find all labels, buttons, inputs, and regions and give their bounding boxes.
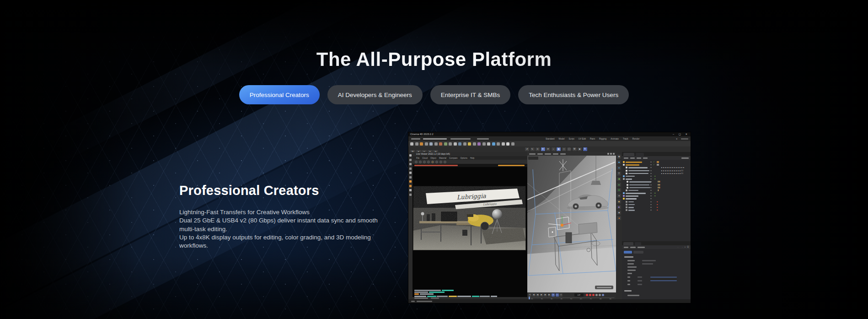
toolbar-icon xyxy=(502,142,505,146)
status-text-bar xyxy=(442,290,454,291)
object-type-icon xyxy=(623,192,625,194)
object-type-icon xyxy=(626,204,627,205)
copy-line: Lightning-Fast Transfers for Creative Wo… xyxy=(179,208,380,216)
close-icon: ✕ xyxy=(685,133,689,135)
picker-icon xyxy=(439,161,442,163)
mode-icon: ↻ xyxy=(530,147,535,151)
viewport-menu-bar xyxy=(560,153,566,155)
object-state-box xyxy=(657,178,659,180)
audience-tab[interactable]: Tech Enthusiasts & Power Users xyxy=(518,85,629,104)
alert-text-bar xyxy=(414,165,458,166)
om-menu-bar xyxy=(630,157,635,159)
attr-value-bar xyxy=(638,276,642,278)
transport-button: ≡ xyxy=(552,293,555,297)
transport-button: ▶ xyxy=(544,293,547,297)
object-label-bar xyxy=(628,167,648,168)
live-viewer-toolbar xyxy=(413,160,527,164)
om-menu-bar xyxy=(643,157,648,159)
layout-tab: Standard xyxy=(546,138,554,140)
object-tool-icon: ◆ xyxy=(617,200,621,204)
object-label-bar xyxy=(626,176,635,177)
transport-button: ⊙ xyxy=(528,293,531,297)
app-toolbar-icons xyxy=(408,141,691,146)
attr-value-bar xyxy=(638,280,642,281)
attribute-manager-menu: ← → ⌂ Q xyxy=(622,245,691,249)
tool-icon xyxy=(409,168,412,170)
attr-label-bar xyxy=(627,260,635,261)
attr-value-bar xyxy=(642,260,656,261)
toolbar-icon xyxy=(425,142,428,146)
object-state-box xyxy=(657,175,659,177)
app-toolbar-axis: ☰XYZ⊞ ↺↻⊙✥⟳⌖▦◻◯W◉B xyxy=(408,146,691,152)
object-row: ■ xyxy=(622,209,691,211)
object-label-bar xyxy=(628,170,649,172)
page-title: The All-Purpose Platform xyxy=(0,49,868,70)
attr-label-bar xyxy=(627,273,632,274)
audience-tab-label: Enterprise IT & SMBs xyxy=(441,92,500,98)
live-viewer-alert-row xyxy=(413,164,527,167)
audience-tab[interactable]: AI Developers & Engineers xyxy=(327,85,423,104)
toolbar-icon xyxy=(420,142,423,146)
tool-icon xyxy=(409,180,412,183)
mode-icon: W xyxy=(573,147,577,151)
tool-icon xyxy=(409,185,412,187)
object-tool-icon: ● xyxy=(617,216,621,220)
attr-value-bar xyxy=(642,263,653,265)
object-tool-icon: ■ xyxy=(617,160,621,164)
pause-icon xyxy=(423,161,426,163)
audience-tab-label: AI Developers & Engineers xyxy=(338,92,412,98)
object-label-bar xyxy=(628,207,634,208)
renderer-tag-bar xyxy=(597,287,611,288)
object-type-icon xyxy=(623,175,625,177)
section-copy: Professional Creators Lightning-Fast Tra… xyxy=(179,183,380,250)
region-icon xyxy=(444,161,446,163)
transport-button: ◀ xyxy=(536,293,539,297)
layout-tab: Render xyxy=(632,138,640,140)
mode-icon: ⊙ xyxy=(536,147,540,151)
attr-label-bar xyxy=(627,280,630,281)
object-type-icon xyxy=(623,161,625,163)
coord-text-bar xyxy=(414,297,428,299)
menu-item: Help xyxy=(470,157,474,159)
attr-label-bar xyxy=(627,284,630,285)
layout-tabs: StandardModelScriptUV EditPaintRiggingAn… xyxy=(546,136,639,141)
transport-button: ▶ xyxy=(540,293,543,297)
mode-button xyxy=(624,251,632,254)
minimize-icon: – xyxy=(673,133,676,135)
object-state-box xyxy=(657,164,659,166)
object-state-box xyxy=(657,195,659,197)
object-type-icon xyxy=(626,201,627,203)
object-state-box xyxy=(657,198,659,200)
toolbar-icon xyxy=(444,142,447,146)
record-dot-icon xyxy=(595,294,598,296)
mode-icon: ◯ xyxy=(567,147,571,151)
toolbar-icon xyxy=(415,142,418,146)
attribute-manager-tabs xyxy=(622,241,691,245)
layers-tab xyxy=(635,242,641,245)
live-viewer-menu: FileCloudObjectMaterialCompareOptionsHel… xyxy=(413,156,527,160)
toolbar-icon xyxy=(434,142,438,146)
app-window-title: Cinema 4D 2023.2.2 xyxy=(410,133,433,135)
object-tree: ✓ ✓ xyxy=(622,161,691,211)
object-type-icon xyxy=(626,206,627,208)
attr-slider xyxy=(650,277,677,278)
audience-tab[interactable]: Enterprise IT & SMBs xyxy=(430,85,511,104)
object-label-bar xyxy=(626,178,632,180)
viewport-menu-bar xyxy=(553,153,558,155)
status-text-bar xyxy=(429,292,445,293)
object-type-icon xyxy=(626,209,627,211)
object-label-bar xyxy=(629,184,649,186)
transport-button: ◀ xyxy=(532,293,536,297)
object-manager-panel: ✓ ✓ xyxy=(622,152,691,299)
layout-tab: Script xyxy=(569,138,574,140)
object-tool-icon: ✱ xyxy=(617,177,621,181)
layout-tab: UV Edit xyxy=(579,138,586,140)
layout-icon xyxy=(610,153,612,155)
object-state-box xyxy=(657,161,659,163)
audience-tab[interactable]: Professional Creators xyxy=(239,85,320,104)
document-tab-bar xyxy=(477,138,489,140)
object-label-bar xyxy=(628,204,635,205)
object-type-icon xyxy=(626,170,627,172)
layout-tab: Rigging xyxy=(599,138,606,140)
audience-tab-label: Tech Enthusiasts & Power Users xyxy=(529,92,618,98)
